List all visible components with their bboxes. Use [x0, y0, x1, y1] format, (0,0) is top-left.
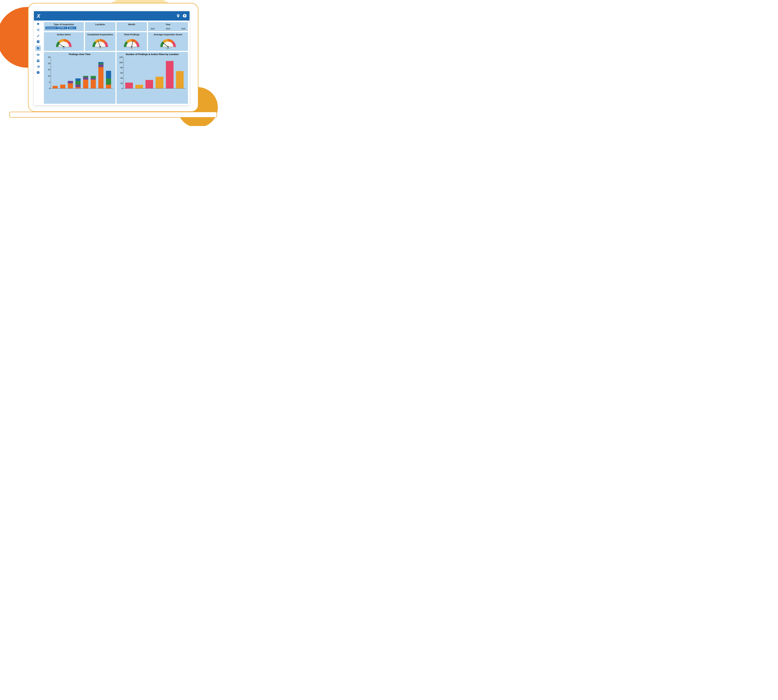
bar [68, 81, 73, 88]
main-content: Type of Inspection Environment✕ PSSR✕ Sa… [42, 20, 190, 105]
chart-title: Findings Over Time [45, 53, 114, 55]
chart-findings-over-time: Findings Over Time 0 5 10 15 20 25 [44, 52, 115, 104]
bar [53, 86, 58, 88]
chart-title: Number of Findings & Action Plans by Loc… [118, 53, 187, 55]
bar [145, 80, 153, 88]
year-option[interactable]: 2023 [166, 28, 170, 30]
svg-point-25 [100, 46, 101, 47]
svg-rect-15 [38, 61, 38, 61]
topbar: X [34, 11, 190, 20]
bar [176, 71, 184, 88]
svg-point-1 [184, 15, 185, 16]
share-icon[interactable] [36, 28, 40, 32]
chip-environment[interactable]: Environment✕ [45, 27, 58, 29]
year-option[interactable]: 2024 [181, 28, 185, 30]
filter-label: Type of Inspection [45, 23, 82, 26]
chip-row: Environment✕ PSSR✕ Safety✕ [45, 27, 82, 29]
svg-rect-13 [39, 59, 39, 60]
bar [60, 85, 65, 88]
gauge-label: Action Items [57, 33, 71, 36]
gauge-total-findings: Total Findings 56 [117, 32, 147, 51]
svg-rect-9 [37, 49, 38, 49]
gauge-label: Total Findings [124, 33, 140, 36]
close-icon: ✕ [74, 27, 75, 29]
filter-location[interactable]: Location [85, 22, 115, 31]
gauge-label: Average Inspection Score [154, 33, 182, 36]
close-icon: ✕ [65, 27, 66, 29]
dashboard-icon[interactable] [36, 46, 41, 51]
svg-text:25%: 25% [167, 48, 169, 49]
bar [106, 71, 111, 88]
svg-rect-14 [37, 61, 38, 61]
svg-point-29 [131, 46, 132, 47]
home-icon[interactable] [36, 22, 40, 26]
filter-month[interactable]: Month [117, 22, 147, 31]
bar [83, 76, 88, 88]
bar [135, 85, 143, 88]
help-icon[interactable]: ? [36, 71, 40, 74]
gear-icon[interactable] [36, 65, 40, 68]
app-window: X ? Type of Inspection Environment✕ PSSR… [34, 11, 190, 105]
bar [99, 62, 104, 88]
chip-pssr[interactable]: PSSR✕ [59, 27, 67, 29]
chip-safety[interactable]: Safety✕ [68, 27, 76, 29]
chart-findings-by-location: Number of Findings & Action Plans by Loc… [117, 52, 188, 104]
svg-text:56: 56 [131, 48, 132, 49]
gauge-label: Completed Inspections [87, 33, 113, 36]
gauge-completed-inspections: Completed Inspections 40 [85, 32, 115, 51]
filter-year[interactable]: Year 2022 2023 2024 [148, 22, 188, 31]
filter-label: Location [87, 23, 114, 26]
svg-rect-16 [39, 61, 39, 61]
pin-icon[interactable] [36, 34, 40, 38]
svg-rect-8 [38, 48, 39, 49]
gauge-action-items: Action Items 21 [44, 32, 84, 51]
svg-text:?: ? [37, 72, 39, 74]
filter-label: Month [118, 23, 145, 26]
svg-point-2 [37, 29, 38, 30]
bar [155, 77, 163, 88]
bar [125, 83, 133, 88]
user-account-icon[interactable] [183, 14, 187, 18]
eye-icon[interactable] [36, 53, 40, 57]
bar [166, 61, 174, 88]
calendar-icon[interactable] [36, 59, 40, 63]
svg-point-33 [167, 46, 169, 47]
svg-point-21 [63, 46, 64, 47]
sidebar: ? [34, 20, 42, 105]
gauge-avg-score: Average Inspection Score 25% [148, 32, 188, 51]
svg-rect-7 [38, 47, 39, 48]
svg-rect-6 [37, 47, 38, 48]
filter-type-inspection[interactable]: Type of Inspection Environment✕ PSSR✕ Sa… [44, 22, 84, 31]
bar [75, 78, 80, 88]
filter-label: Year [150, 23, 186, 26]
svg-text:21: 21 [63, 48, 65, 49]
location-pin-icon[interactable] [176, 14, 180, 18]
checkbox-icon[interactable] [36, 40, 40, 43]
logo: X [37, 13, 40, 19]
year-option[interactable]: 2022 [150, 28, 155, 30]
close-icon: ✕ [57, 27, 58, 29]
svg-rect-12 [37, 59, 38, 60]
bar [91, 76, 96, 88]
svg-text:40: 40 [99, 48, 101, 49]
